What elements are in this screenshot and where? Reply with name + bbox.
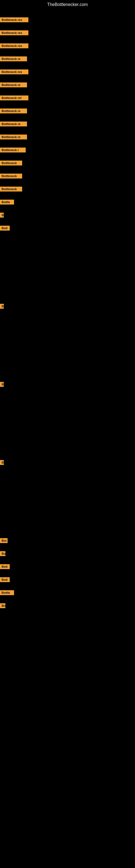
bottleneck-badge-10[interactable]: Bottleneck re xyxy=(0,134,27,140)
bottleneck-badge-11[interactable]: Bottleneck r xyxy=(0,148,26,152)
bottleneck-badge-12[interactable]: Bottleneck xyxy=(0,161,22,165)
bottleneck-badge-1[interactable]: Bottleneck res xyxy=(0,18,28,22)
bottleneck-badge-21[interactable]: Bot xyxy=(0,538,8,543)
bottleneck-badge-4[interactable]: Bottleneck re xyxy=(0,56,27,61)
bottleneck-badge-2[interactable]: Bottleneck res xyxy=(0,30,28,35)
bottleneck-badge-19[interactable]: B xyxy=(0,382,4,387)
bottleneck-badge-25[interactable]: Bottle xyxy=(0,590,14,595)
bottleneck-badge-5[interactable]: Bottleneck res xyxy=(0,69,28,74)
bottleneck-badge-9[interactable]: Bottleneck re xyxy=(0,122,27,126)
bottleneck-badge-14[interactable]: Bottleneck xyxy=(0,187,22,191)
bottleneck-badge-6[interactable]: Bottleneck re xyxy=(0,83,27,87)
bottleneck-badge-3[interactable]: Bottleneck res xyxy=(0,43,28,48)
bottleneck-badge-18[interactable]: B xyxy=(0,304,4,309)
bottleneck-badge-17[interactable]: Bott xyxy=(0,226,10,230)
bottleneck-badge-15[interactable]: Bottle xyxy=(0,199,14,205)
bottleneck-badge-8[interactable]: Bottleneck re xyxy=(0,108,27,113)
bottleneck-badge-24[interactable]: Bott xyxy=(0,577,10,582)
bottleneck-badge-13[interactable]: Bottleneck xyxy=(0,174,22,179)
bottleneck-badge-7[interactable]: Bottleneck ref xyxy=(0,95,28,100)
bottleneck-badge-26[interactable]: Bo xyxy=(0,603,5,608)
bottleneck-badge-20[interactable]: B xyxy=(0,460,4,465)
bottleneck-badge-16[interactable]: B xyxy=(0,213,4,218)
bottleneck-badge-22[interactable]: Bo xyxy=(0,551,5,556)
bottleneck-badge-23[interactable]: Bott xyxy=(0,564,10,569)
site-title: TheBottlenecker.com xyxy=(0,0,135,9)
